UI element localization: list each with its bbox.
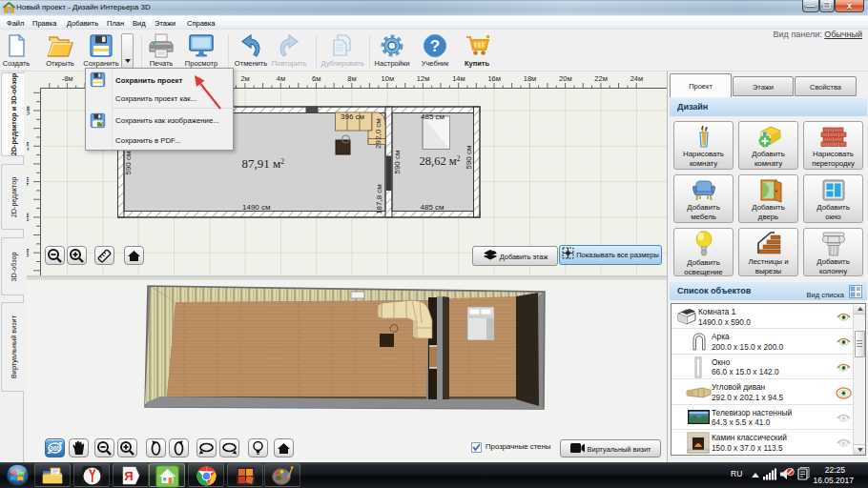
svg-text:8м: 8м — [347, 74, 356, 83]
svg-text:590 см: 590 см — [465, 145, 473, 169]
svg-text:396 см: 396 см — [341, 112, 364, 121]
svg-text:28,62 м2: 28,62 м2 — [420, 154, 461, 168]
svg-text:24м: 24м — [630, 74, 644, 83]
svg-text:292,0 см: 292,0 см — [374, 118, 382, 149]
svg-text:6м: 6м — [27, 213, 31, 221]
svg-text:590 см: 590 см — [124, 151, 133, 174]
svg-text:0м: 0м — [27, 106, 31, 114]
svg-text:187,8 см: 187,8 см — [375, 184, 383, 214]
svg-text:485 см: 485 см — [421, 112, 444, 121]
svg-text:87,91 м2: 87,91 м2 — [242, 156, 285, 171]
svg-text:590 см: 590 см — [393, 150, 402, 173]
svg-text:4м: 4м — [277, 74, 285, 83]
svg-text:18м: 18м — [524, 74, 537, 83]
svg-text:4м: 4м — [27, 177, 31, 186]
svg-text:8м: 8м — [27, 249, 31, 257]
svg-text:12м: 12м — [417, 74, 430, 83]
svg-text:1490 см: 1490 см — [242, 203, 271, 212]
svg-text:360: 360 — [50, 445, 60, 452]
svg-text:20м: 20м — [559, 74, 572, 83]
svg-text:2м: 2м — [240, 74, 249, 83]
svg-text:?: ? — [430, 37, 440, 55]
svg-text:Я: Я — [124, 469, 133, 483]
svg-text:16м: 16м — [487, 74, 501, 83]
svg-text:485 см: 485 см — [421, 203, 444, 212]
svg-text:10м: 10м — [382, 74, 395, 83]
svg-text:6м: 6м — [312, 74, 320, 83]
svg-text:2м: 2м — [27, 142, 31, 151]
svg-text:-8м: -8м — [62, 74, 73, 83]
svg-text:14м: 14м — [452, 74, 465, 83]
svg-text:22м: 22м — [594, 74, 608, 83]
